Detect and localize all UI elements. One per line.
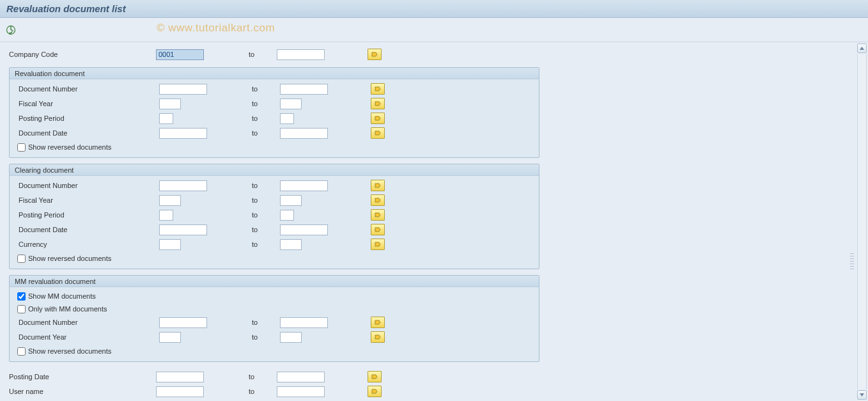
to-label: to (252, 211, 280, 219)
reval-posting-period-to-input[interactable] (280, 113, 294, 124)
mm-doc-year-from-input[interactable] (159, 332, 181, 343)
reval-doc-number-label: Document Number (12, 85, 159, 93)
reval-fiscal-year-row: Fiscal Year to (12, 97, 536, 111)
posting-date-to-input[interactable] (277, 372, 325, 382)
mm-doc-year-to-input[interactable] (280, 332, 302, 343)
scroll-up-button[interactable] (857, 43, 867, 53)
clearing-doc-number-from-input[interactable] (159, 180, 207, 191)
clearing-doc-number-to-input[interactable] (280, 180, 328, 191)
execute-icon[interactable] (5, 24, 17, 36)
mm-only-with-mm-checkbox[interactable] (17, 305, 26, 313)
to-label: to (252, 129, 280, 137)
reval-doc-date-options-button[interactable] (371, 127, 385, 139)
to-label: to (252, 182, 280, 189)
clearing-doc-number-row: Document Number to (12, 178, 536, 193)
company-code-row: Company Code to (9, 47, 859, 61)
clearing-posting-period-from-input[interactable] (159, 210, 173, 221)
reval-doc-date-label: Document Date (12, 129, 159, 137)
posting-date-row: Posting Date to (9, 370, 859, 384)
posting-date-options-button[interactable] (368, 371, 382, 382)
reval-doc-number-to-input[interactable] (280, 84, 328, 95)
reval-doc-date-to-input[interactable] (280, 128, 328, 139)
reval-doc-date-from-input[interactable] (159, 128, 207, 139)
mm-show-reversed-row: Show reversed documents (12, 345, 536, 358)
reval-show-reversed-checkbox[interactable] (17, 143, 26, 152)
company-code-label: Company Code (9, 51, 156, 58)
clearing-show-reversed-row: Show reversed documents (12, 252, 536, 265)
mm-doc-number-to-input[interactable] (280, 317, 328, 328)
user-name-row: User name to (9, 384, 859, 398)
company-code-options-button[interactable] (368, 49, 382, 60)
mm-show-mm-checkbox[interactable] (17, 292, 26, 301)
clearing-currency-from-input[interactable] (159, 239, 181, 250)
user-name-to-input[interactable] (277, 386, 325, 397)
reval-doc-date-row: Document Date to (12, 126, 536, 140)
scroll-down-button[interactable] (857, 390, 867, 400)
reval-posting-period-from-input[interactable] (159, 113, 173, 124)
clearing-posting-period-label: Posting Period (12, 211, 159, 219)
mm-doc-number-options-button[interactable] (371, 317, 385, 328)
clearing-currency-label: Currency (12, 240, 159, 248)
watermark: © www.tutorialkart.com (157, 22, 275, 35)
resize-grip-icon[interactable] (850, 253, 854, 271)
reval-fiscal-year-to-input[interactable] (280, 98, 302, 109)
clearing-fiscal-year-options-button[interactable] (371, 194, 385, 206)
title-bar: Revaluation document list (0, 0, 868, 18)
posting-date-label: Posting Date (9, 373, 156, 381)
clearing-fiscal-year-row: Fiscal Year to (12, 193, 536, 207)
mm-show-reversed-checkbox[interactable] (17, 347, 26, 356)
user-name-from-input[interactable] (156, 386, 204, 397)
scroll-track[interactable] (857, 54, 867, 389)
mm-doc-year-row: Document Year to (12, 330, 536, 344)
reval-doc-number-options-button[interactable] (371, 83, 385, 95)
reval-doc-number-from-input[interactable] (159, 84, 207, 95)
clearing-posting-period-options-button[interactable] (371, 209, 385, 221)
mm-doc-number-label: Document Number (12, 318, 159, 326)
clearing-fiscal-year-label: Fiscal Year (12, 196, 159, 204)
user-name-options-button[interactable] (368, 386, 382, 397)
to-label: to (252, 333, 280, 341)
mm-doc-year-label: Document Year (12, 333, 159, 341)
clearing-doc-date-options-button[interactable] (371, 224, 385, 235)
to-label: to (249, 373, 277, 381)
clearing-fiscal-year-to-input[interactable] (280, 195, 302, 206)
company-code-from-input[interactable] (156, 49, 204, 60)
clearing-show-reversed-label: Show reversed documents (28, 255, 111, 262)
clearing-doc-date-to-input[interactable] (280, 224, 328, 235)
page-title: Revaluation document list (6, 3, 126, 14)
body-area: Company Code to Revaluation document Doc… (0, 42, 868, 401)
clearing-doc-number-label: Document Number (12, 182, 159, 189)
reval-posting-period-options-button[interactable] (371, 113, 385, 124)
reval-fiscal-year-from-input[interactable] (159, 98, 181, 109)
clearing-fiscal-year-from-input[interactable] (159, 195, 181, 206)
mm-doc-number-from-input[interactable] (159, 317, 207, 328)
to-label: to (252, 196, 280, 204)
reval-doc-number-row: Document Number to (12, 82, 536, 96)
company-code-to-input[interactable] (277, 49, 325, 60)
clearing-doc-date-row: Document Date to (12, 223, 536, 237)
mm-show-mm-label: Show MM documents (28, 292, 96, 300)
clearing-currency-row: Currency to (12, 237, 536, 251)
clearing-doc-date-label: Document Date (12, 226, 159, 233)
mm-only-with-mm-label: Only with MM documents (28, 305, 107, 313)
to-label: to (252, 318, 280, 326)
to-label: to (252, 240, 280, 248)
mm-doc-year-options-button[interactable] (371, 331, 385, 343)
revaluation-document-group: Revaluation document Document Number to … (9, 67, 539, 158)
reval-fiscal-year-label: Fiscal Year (12, 100, 159, 107)
user-name-label: User name (9, 388, 156, 395)
clearing-posting-period-row: Posting Period to (12, 208, 536, 222)
posting-date-from-input[interactable] (156, 372, 204, 382)
revaluation-document-header: Revaluation document (10, 68, 539, 79)
vertical-scrollbar[interactable] (856, 42, 868, 401)
toolbar: © www.tutorialkart.com (0, 18, 868, 42)
mm-doc-number-row: Document Number to (12, 315, 536, 329)
clearing-document-group: Clearing document Document Number to Fis… (9, 164, 539, 269)
clearing-doc-number-options-button[interactable] (371, 180, 385, 191)
reval-fiscal-year-options-button[interactable] (371, 98, 385, 109)
clearing-currency-to-input[interactable] (280, 239, 302, 250)
clearing-show-reversed-checkbox[interactable] (17, 255, 26, 263)
clearing-posting-period-to-input[interactable] (280, 210, 294, 221)
clearing-currency-options-button[interactable] (371, 239, 385, 250)
clearing-doc-date-from-input[interactable] (159, 224, 207, 235)
